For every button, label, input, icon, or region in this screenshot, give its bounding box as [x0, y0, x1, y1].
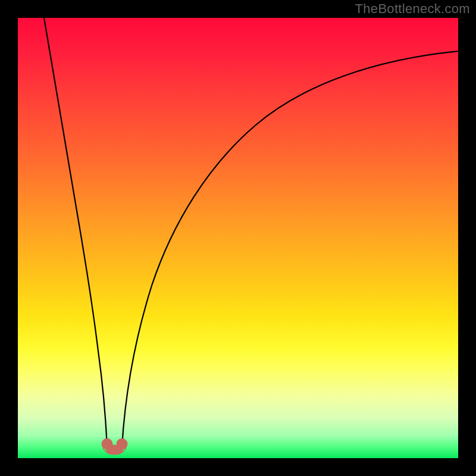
curve-minimum-marker [102, 439, 127, 455]
curve-left-branch [44, 18, 107, 446]
svg-rect-2 [107, 445, 123, 453]
watermark-text: TheBottleneck.com [355, 1, 470, 17]
curve-right-branch [122, 51, 458, 446]
bottleneck-curve [18, 18, 458, 458]
plot-gradient-area [18, 18, 458, 458]
chart-canvas: TheBottleneck.com [0, 0, 476, 476]
